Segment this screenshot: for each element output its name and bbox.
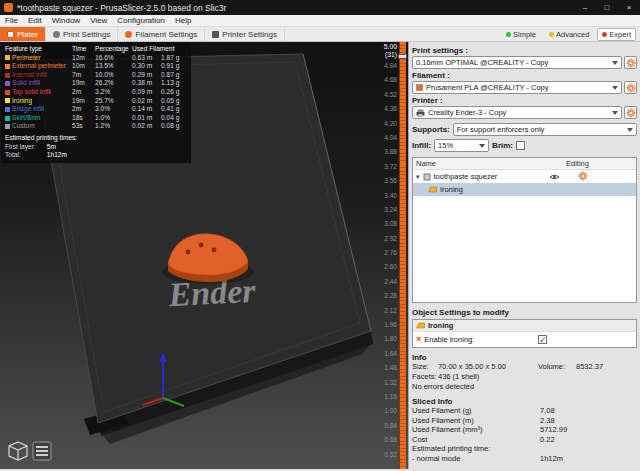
tab-filament-settings[interactable]: Filament Settings <box>118 27 205 41</box>
layer-ruler[interactable] <box>399 42 406 469</box>
layer-tick-label: 3.08 <box>376 217 397 231</box>
menu-bar: FileEditWindowViewConfigurationHelp <box>0 15 640 27</box>
tab-plater[interactable]: Plater <box>0 27 46 41</box>
expander-icon[interactable]: ▾ <box>416 173 420 181</box>
mode-expert[interactable]: Expert <box>597 28 636 41</box>
legend-used-m: 0.01 m <box>132 114 158 123</box>
legend-used-g: 0.26 g <box>161 88 187 97</box>
legend-feature: Internal infill <box>5 71 69 80</box>
infill-combo[interactable]: 15% <box>434 139 489 152</box>
sliced-info-label: Used Filament (m) <box>412 416 540 426</box>
gear-icon <box>626 108 636 118</box>
menu-file[interactable]: File <box>0 16 23 25</box>
print-settings-row: 0.16mm OPTIMAL @CREALITY - Copy <box>412 56 637 69</box>
first-layer-label: First layer: <box>5 143 45 152</box>
layer-tick-label: 1.64 <box>376 347 397 361</box>
menu-window[interactable]: Window <box>47 16 85 25</box>
remove-setting-icon[interactable]: × <box>416 335 421 344</box>
mode-advanced[interactable]: Advanced <box>544 28 594 41</box>
feature-color-chip <box>5 81 10 86</box>
layers-view-icon[interactable] <box>33 442 51 460</box>
print-settings-combo[interactable]: 0.16mm OPTIMAL @CREALITY - Copy <box>412 56 622 69</box>
legend-feature: External perimeter <box>5 62 69 71</box>
menu-configuration[interactable]: Configuration <box>112 16 170 25</box>
sidebar: Print settings : 0.16mm OPTIMAL @CREALIT… <box>408 42 640 469</box>
filament-combo[interactable]: Prusament PLA @CREALITY - Copy <box>412 81 622 94</box>
object-list-body: ▾toothpaste squezerIroning <box>413 170 636 196</box>
sliced-info-label: Estimated printing time: <box>412 444 540 454</box>
sliced-info-row: Used Filament (m)2.38 <box>412 416 637 426</box>
supports-combo[interactable]: For support enforcers only <box>453 123 637 136</box>
menu-edit[interactable]: Edit <box>23 16 47 25</box>
layer-tick-label: 0.68 <box>376 433 397 447</box>
sliced-info-row: Cost0.22 <box>412 435 637 445</box>
feature-color-chip <box>5 98 10 103</box>
filament-value: Prusament PLA @CREALITY - Copy <box>426 83 609 92</box>
object-list-row[interactable]: Ironing <box>413 183 636 196</box>
legend-time: 19m <box>72 97 92 106</box>
facets-value: 436 (1 shell) <box>438 372 479 382</box>
maximize-button[interactable]: □ <box>596 0 618 15</box>
layer-tick-label: 3.40 <box>376 189 397 203</box>
settings-group-row: Ironing <box>413 320 636 332</box>
editing-gear-icon[interactable] <box>566 171 588 181</box>
layer-slider[interactable]: 5.00 (31) 4.844.684.524.364.204.043.883.… <box>376 42 408 469</box>
filament-label: Filament : <box>412 71 637 80</box>
legend-time: 53s <box>72 122 92 131</box>
print-settings-label: Print settings : <box>412 46 637 55</box>
object-name-label: toothpaste squezer <box>434 172 498 181</box>
legend-used-m: 0.02 m <box>132 97 158 106</box>
viewport-3d[interactable]: Ender <box>0 42 408 469</box>
menu-help[interactable]: Help <box>170 16 196 25</box>
supports-value: For support enforcers only <box>457 125 624 134</box>
estimated-times-title: Estimated printing times: <box>5 134 187 143</box>
total-time-row: Total: 1h12m <box>5 151 187 160</box>
mode-label: Simple <box>513 30 536 39</box>
feature-color-chip <box>5 107 10 112</box>
total-time-label: Total: <box>5 151 45 160</box>
sliced-info-title: Sliced Info <box>412 397 637 406</box>
legend-feature: Ironing <box>5 97 69 106</box>
feature-name-label: Custom <box>12 122 35 131</box>
estimated-times: Estimated printing times: First layer: 5… <box>5 134 187 160</box>
info-title: Info <box>412 353 637 362</box>
layer-tick-label: 1.80 <box>376 332 397 346</box>
brim-checkbox[interactable] <box>516 141 525 150</box>
edit-filament-button[interactable] <box>624 81 637 94</box>
current-layer-number: (31) <box>376 51 397 59</box>
legend-pct: 1.2% <box>95 122 129 131</box>
sliced-info-value: 5712.99 <box>540 425 567 435</box>
legend-col-used: Used Filament <box>132 45 187 54</box>
close-button[interactable]: × <box>618 0 640 15</box>
legend-table: Feature typeTimePercentageUsed FilamentP… <box>5 45 187 131</box>
minimize-button[interactable]: – <box>574 0 596 15</box>
expert-mode-dot-icon <box>602 32 607 37</box>
enable-ironing-checkbox[interactable]: ✓ <box>538 335 547 344</box>
printer-icon <box>416 109 425 117</box>
feature-name-label: Ironing <box>12 97 32 106</box>
current-layer-indicator: 5.00 (31) <box>376 43 397 59</box>
edit-printer-button[interactable] <box>624 106 637 119</box>
slider-thumb[interactable] <box>398 54 407 59</box>
dropdown-arrow-icon <box>612 61 618 65</box>
current-layer-height: 5.00 <box>376 43 397 51</box>
visibility-eye-icon[interactable] <box>549 173 560 181</box>
sliced-info-row: Estimated printing time: <box>412 444 637 454</box>
feature-color-chip <box>5 55 10 60</box>
sliced-info-row: Used Filament (mm³)5712.99 <box>412 425 637 435</box>
menu-view[interactable]: View <box>85 16 112 25</box>
prusaslicer-window: *toothpaste squezer - PrusaSlicer-2.5.0 … <box>0 0 640 471</box>
printer-combo[interactable]: Creality Ender-3 - Copy <box>412 106 622 119</box>
object-list-row[interactable]: ▾toothpaste squezer <box>413 170 636 183</box>
legend-used-m: 0.09 m <box>132 88 158 97</box>
view-cube-icon[interactable] <box>9 442 27 460</box>
mode-simple[interactable]: Simple <box>501 28 541 41</box>
main-area: Ender <box>0 42 640 469</box>
size-value: 70.00 x 35.00 x 5.00 <box>438 362 538 372</box>
tab-printer-settings[interactable]: Printer Settings <box>205 27 285 41</box>
size-label: Size: <box>412 362 438 372</box>
advanced-mode-dot-icon <box>549 32 554 37</box>
tab-print-settings[interactable]: Print Settings <box>46 27 119 41</box>
legend-time: 12m <box>72 54 92 63</box>
edit-print-settings-button[interactable] <box>624 56 637 69</box>
